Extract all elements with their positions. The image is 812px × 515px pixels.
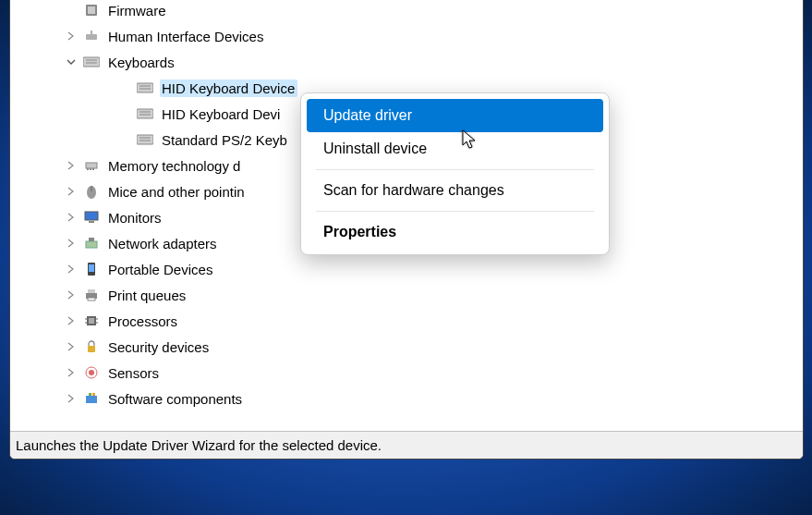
menu-separator [316, 211, 594, 212]
hid-icon [82, 29, 101, 43]
menu-item-properties[interactable]: Properties [307, 215, 603, 249]
firmware-icon [82, 3, 101, 18]
expander-icon[interactable] [64, 29, 79, 43]
svg-rect-32 [89, 318, 94, 324]
svg-rect-18 [90, 168, 91, 170]
svg-rect-23 [89, 221, 94, 223]
svg-rect-1 [88, 6, 95, 14]
svg-rect-40 [86, 396, 97, 403]
svg-rect-13 [137, 135, 153, 144]
expander-icon[interactable] [64, 262, 79, 276]
svg-rect-37 [88, 346, 95, 352]
tree-item-sensors[interactable]: Sensors [64, 360, 803, 386]
expander-icon[interactable] [64, 210, 79, 225]
menu-item-update-driver[interactable]: Update driver [307, 99, 603, 132]
tree-item-security-devices[interactable]: Security devices [64, 334, 803, 360]
mouse-icon [82, 184, 101, 199]
tree-item-label: Memory technology d [106, 157, 243, 175]
svg-rect-7 [137, 83, 153, 92]
tree-item-label: Firmware [106, 2, 169, 19]
menu-item-label: Uninstall device [323, 141, 427, 157]
expander-icon[interactable] [64, 313, 79, 328]
expander-icon[interactable] [64, 236, 79, 251]
processor-icon [82, 313, 101, 328]
tree-item-label: HID Keyboard Device [160, 80, 297, 97]
expander-icon[interactable] [64, 184, 79, 199]
expander-icon[interactable] [64, 365, 79, 380]
tree-item-print-queues[interactable]: Print queues [64, 282, 803, 308]
svg-rect-41 [89, 393, 91, 396]
svg-rect-4 [83, 57, 100, 67]
sensor-icon [82, 365, 101, 380]
tree-item-label: Standard PS/2 Keyb [160, 131, 290, 149]
svg-rect-19 [92, 168, 94, 170]
tree-item-label: Software components [106, 390, 245, 408]
svg-rect-2 [86, 34, 97, 40]
expander-icon[interactable] [64, 55, 79, 69]
tree-item-label: Portable Devices [106, 261, 215, 278]
svg-rect-25 [89, 238, 94, 241]
keyboard-icon [136, 106, 154, 121]
menu-item-label: Update driver [323, 107, 412, 124]
tree-item-label: Processors [106, 313, 180, 330]
tree-item-label: Sensors [106, 364, 162, 382]
software-component-icon [82, 391, 101, 406]
printer-icon [82, 288, 101, 302]
svg-point-38 [89, 370, 94, 375]
tree-item-software-components[interactable]: Software components [64, 386, 803, 411]
statusbar-text: Launches the Update Driver Wizard for th… [16, 437, 382, 453]
tree-item-label: Network adapters [106, 235, 220, 252]
context-menu: Update driver Uninstall device Scan for … [300, 92, 610, 255]
tree-item-label: Monitors [106, 209, 164, 227]
portable-device-icon [82, 262, 101, 276]
svg-rect-10 [137, 109, 153, 118]
tree-item-label: Human Interface Devices [106, 28, 266, 45]
svg-rect-24 [86, 241, 97, 248]
tree-item-label: Keyboards [106, 54, 177, 71]
keyboard-icon [136, 132, 154, 147]
tree-item-firmware[interactable]: Firmware [64, 0, 803, 23]
svg-rect-22 [85, 212, 98, 220]
statusbar: Launches the Update Driver Wizard for th… [10, 431, 803, 459]
menu-separator [316, 169, 594, 170]
monitor-icon [82, 210, 101, 225]
keyboard-icon [82, 55, 101, 69]
svg-rect-17 [87, 168, 89, 170]
tree-item-label: Print queues [106, 287, 188, 304]
svg-rect-29 [88, 289, 95, 293]
tree-item-keyboards[interactable]: Keyboards [64, 49, 803, 75]
svg-rect-42 [92, 393, 95, 396]
network-icon [82, 236, 101, 251]
svg-rect-30 [88, 298, 95, 300]
expander-icon[interactable] [64, 288, 79, 302]
expander-icon[interactable] [64, 391, 79, 406]
tree-item-hid[interactable]: Human Interface Devices [64, 23, 803, 49]
svg-rect-27 [89, 264, 94, 272]
tree-item-label: Mice and other pointin [106, 183, 248, 201]
menu-item-label: Properties [323, 224, 396, 240]
tree-item-label: HID Keyboard Devi [160, 105, 283, 123]
tree-item-label: Security devices [106, 338, 212, 356]
memory-icon [82, 158, 101, 173]
svg-rect-3 [91, 31, 92, 34]
menu-item-scan-hardware[interactable]: Scan for hardware changes [307, 174, 603, 207]
menu-item-uninstall-device[interactable]: Uninstall device [307, 132, 603, 166]
tree-item-portable-devices[interactable]: Portable Devices [64, 256, 803, 282]
expander-icon[interactable] [64, 339, 79, 354]
tree-item-processors[interactable]: Processors [64, 308, 803, 334]
expander-icon[interactable] [64, 158, 79, 173]
svg-rect-16 [86, 163, 97, 168]
menu-item-label: Scan for hardware changes [323, 182, 504, 199]
keyboard-icon [136, 80, 154, 95]
security-icon [82, 339, 101, 354]
